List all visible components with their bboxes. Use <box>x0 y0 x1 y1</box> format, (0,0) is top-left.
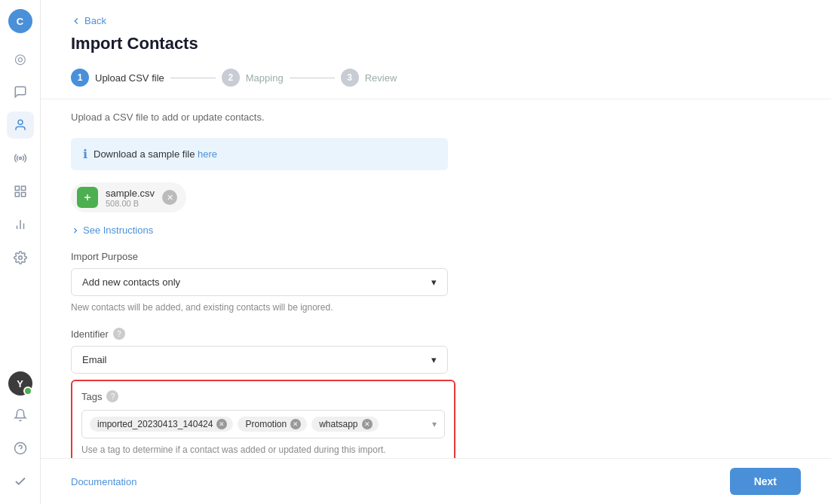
tag-item-0: imported_20230413_140424 ✕ <box>90 417 233 432</box>
info-text: Download a sample file here <box>94 148 217 160</box>
sidebar: C ◎ Y <box>0 0 41 504</box>
tags-dropdown-arrow: ▾ <box>432 419 437 429</box>
footer: Documentation Next <box>41 458 831 504</box>
documentation-link[interactable]: Documentation <box>71 476 136 487</box>
file-name: sample.csv <box>106 188 155 199</box>
page-title: Import Contacts <box>71 34 801 53</box>
step-divider-1 <box>170 78 216 78</box>
identifier-select[interactable]: Email ▾ <box>71 346 448 374</box>
tag-remove-0[interactable]: ✕ <box>216 419 227 429</box>
see-instructions-label: See Instructions <box>83 225 153 236</box>
broadcast-icon[interactable] <box>7 145 34 172</box>
svg-point-0 <box>18 120 23 124</box>
step-1-label: Upload CSV file <box>95 72 164 84</box>
file-remove-button[interactable]: ✕ <box>162 190 177 205</box>
svg-point-1 <box>19 157 21 160</box>
content-area: Back Import Contacts 1 Upload CSV file 2… <box>41 0 831 458</box>
svg-rect-5 <box>15 193 19 197</box>
info-box: ℹ Download a sample file here <box>71 138 448 170</box>
tags-input-area[interactable]: imported_20230413_140424 ✕ Promotion ✕ w… <box>81 410 445 438</box>
step-3: 3 Review <box>341 69 397 87</box>
bell-icon[interactable] <box>7 402 34 429</box>
import-purpose-label: Import Purpose <box>71 251 801 262</box>
main-content: Back Import Contacts 1 Upload CSV file 2… <box>41 0 831 504</box>
svg-rect-2 <box>15 186 19 190</box>
file-size: 508.00 B <box>106 199 155 208</box>
tags-help-icon[interactable]: ? <box>106 390 118 402</box>
tag-text-2: whatsapp <box>319 419 357 429</box>
tag-remove-2[interactable]: ✕ <box>362 419 373 429</box>
back-label: Back <box>84 15 106 26</box>
checkmark-icon[interactable] <box>7 468 34 495</box>
tag-item-2: whatsapp ✕ <box>311 417 378 432</box>
chat-icon[interactable] <box>7 78 34 105</box>
divider-top <box>41 99 831 99</box>
sample-file-link[interactable]: here <box>198 148 217 160</box>
import-purpose-select[interactable]: Add new contacts only ▾ <box>71 268 448 296</box>
step-1-circle: 1 <box>71 69 89 87</box>
tag-remove-1[interactable]: ✕ <box>290 419 301 429</box>
file-icon <box>77 187 98 208</box>
identifier-label: Identifier ? <box>71 328 801 340</box>
help-circle-icon[interactable] <box>7 435 34 462</box>
chevron-down-icon-2: ▾ <box>431 354 437 365</box>
file-item: sample.csv 508.00 B ✕ <box>71 182 186 212</box>
tags-label: Tags ? <box>81 390 445 402</box>
file-info: sample.csv 508.00 B <box>106 188 155 208</box>
tag-text-0: imported_20230413_140424 <box>97 419 213 429</box>
reports-icon[interactable] <box>7 211 34 238</box>
tags-hint: Use a tag to determine if a contact was … <box>81 444 445 455</box>
tags-section: Tags ? imported_20230413_140424 ✕ Promot… <box>71 380 455 458</box>
step-2-label: Mapping <box>246 72 284 84</box>
identifier-help-icon[interactable]: ? <box>113 328 125 340</box>
flows-icon[interactable] <box>7 178 34 205</box>
subtitle: Upload a CSV file to add or update conta… <box>71 111 801 123</box>
settings-icon[interactable] <box>7 244 34 271</box>
step-3-label: Review <box>365 72 397 84</box>
step-divider-2 <box>290 78 335 78</box>
user-avatar[interactable]: Y <box>8 371 32 396</box>
identifier-value: Email <box>82 354 107 365</box>
svg-rect-3 <box>21 186 25 190</box>
step-2-circle: 2 <box>222 69 240 87</box>
contacts-icon[interactable] <box>7 111 34 139</box>
tag-text-1: Promotion <box>245 419 287 429</box>
svg-point-9 <box>18 256 22 260</box>
see-instructions-toggle[interactable]: See Instructions <box>71 225 801 236</box>
info-icon: ℹ <box>83 147 87 161</box>
step-2: 2 Mapping <box>222 69 284 87</box>
import-purpose-value: Add new contacts only <box>82 276 180 288</box>
chevron-down-icon: ▾ <box>431 276 437 288</box>
tag-item-1: Promotion ✕ <box>238 417 307 432</box>
back-button[interactable]: Back <box>71 15 801 26</box>
svg-rect-4 <box>21 193 25 197</box>
step-3-circle: 3 <box>341 69 359 87</box>
analytics-icon[interactable]: ◎ <box>7 45 34 72</box>
import-purpose-hint: New contacts will be added, and existing… <box>71 302 801 313</box>
step-1: 1 Upload CSV file <box>71 69 164 87</box>
stepper: 1 Upload CSV file 2 Mapping 3 Review <box>71 69 801 87</box>
next-button[interactable]: Next <box>730 468 801 495</box>
sidebar-avatar[interactable]: C <box>8 9 32 33</box>
